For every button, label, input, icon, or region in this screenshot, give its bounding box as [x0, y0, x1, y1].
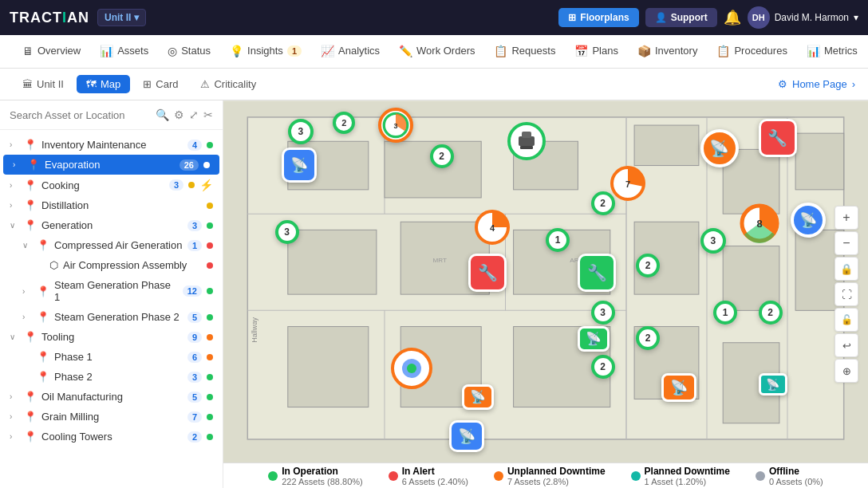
marker-3[interactable]: 3	[288, 119, 314, 144]
logo: TRACTIAN	[10, 10, 89, 26]
settings-icon[interactable]: ⚙	[174, 108, 184, 121]
subnav-criticality[interactable]: ⚠ Criticality	[191, 75, 266, 93]
chevron-icon: ∨	[10, 221, 19, 230]
marker-device-far-right[interactable]: 📡	[791, 203, 826, 238]
tree-item-evaporation[interactable]: › 📍 Evaporation 26	[3, 155, 219, 175]
support-button[interactable]: 👤 Support	[645, 8, 717, 27]
marker-machine-green[interactable]: 🔧	[578, 254, 616, 292]
user-menu[interactable]: DH David M. Harmon ▾	[748, 6, 858, 29]
marker-gear-orange[interactable]	[391, 348, 432, 389]
tree-item-compressed-air[interactable]: ∨ 📍 Compressed Air Generation 1	[0, 235, 223, 255]
nav-procedures[interactable]: 📋Procedures	[707, 35, 796, 69]
zoom-in-button[interactable]: +	[834, 206, 858, 230]
nav-assets[interactable]: 📊Assets	[90, 35, 158, 69]
tree-item-oil-mfg[interactable]: › 📍 Oil Manufacturing 5	[0, 387, 223, 407]
subnav-unit[interactable]: 🏛 Unit II	[13, 75, 73, 93]
tree-item-phase1[interactable]: 📍 Phase 1 6	[0, 347, 223, 367]
marker-pie-orange[interactable]: 4	[475, 210, 510, 245]
marker-2f[interactable]: 2	[591, 355, 615, 379]
tree-item-cooling-towers[interactable]: › 📍 Cooling Towers 2	[0, 427, 223, 447]
search-icon[interactable]: 🔍	[156, 108, 169, 121]
marker-1b[interactable]: 1	[713, 301, 737, 325]
nav-analytics[interactable]: 📈Analytics	[311, 35, 389, 69]
nav-overview[interactable]: 🖥Overview	[13, 35, 90, 69]
status-dot	[207, 394, 213, 400]
sidebar: 🔍 ⚙ ⤢ ✂ › 📍 Inventory Maintenance 4 › 📍 …	[0, 100, 223, 488]
unit-selector[interactable]: Unit II ▾	[97, 9, 146, 26]
unlock-button[interactable]: 🔓	[834, 308, 858, 332]
notifications-button[interactable]: 🔔	[724, 9, 741, 26]
marker-3c[interactable]: 3	[591, 301, 615, 325]
search-input[interactable]	[10, 109, 151, 121]
tree-item-steam-phase1[interactable]: › 📍 Steam Generation Phase 1 12	[0, 275, 223, 307]
marker-machine-red[interactable]: 🔧	[468, 254, 507, 292]
nav-plans[interactable]: 📅Plans	[565, 35, 628, 69]
reset-button[interactable]: ⊕	[834, 359, 858, 383]
marker-2g[interactable]: 2	[759, 301, 783, 325]
svg-rect-23	[795, 133, 844, 190]
nav-insights[interactable]: 💡Insights 1	[220, 35, 311, 69]
marker-2a[interactable]: 2	[333, 112, 355, 134]
svg-rect-41	[520, 146, 533, 149]
tree-item-inventory[interactable]: › 📍 Inventory Maintenance 4	[0, 135, 223, 155]
legend-dot-orange	[494, 471, 503, 481]
marker-3d[interactable]: 3	[700, 228, 726, 254]
legend-dot-red	[389, 471, 398, 481]
zoom-out-button[interactable]: −	[834, 231, 858, 255]
marker-machine-gear[interactable]	[507, 122, 546, 160]
tree-item-air-compression[interactable]: ⬡ Air Compression Assembly	[0, 255, 223, 275]
marker-pie-7[interactable]: 7	[610, 166, 645, 201]
search-icons: 🔍 ⚙ ⤢ ✂	[156, 108, 213, 121]
nav-metrics[interactable]: 📊Metrics	[797, 35, 867, 69]
marker-machine-red2[interactable]: 🔧	[759, 119, 797, 157]
legend-offline: Offline 0 Assets (0%)	[756, 466, 823, 486]
rotate-button[interactable]: ↩	[834, 333, 858, 357]
nav-requests[interactable]: 📋Requests	[484, 35, 565, 69]
expand-icon[interactable]: ⤢	[189, 108, 199, 121]
tree-item-phase2[interactable]: 📍 Phase 2 3	[0, 367, 223, 387]
marker-3b[interactable]: 3	[275, 220, 299, 244]
marker-device-bottom-right[interactable]: 📡	[661, 373, 696, 402]
nav-status[interactable]: ◎Status	[158, 35, 220, 69]
tree-item-steam-phase2[interactable]: › 📍 Steam Generation Phase 2 5	[0, 307, 223, 327]
chevron-icon: ∨	[22, 241, 32, 250]
subnav-map[interactable]: 🗺 Map	[77, 75, 130, 93]
chevron-icon: ›	[13, 160, 22, 169]
marker-router-blue[interactable]: 📡	[282, 148, 317, 183]
marker-2b[interactable]: 2	[430, 144, 454, 168]
tree-item-generation[interactable]: ∨ 📍 Generation 3	[0, 215, 223, 235]
plans-icon: 📅	[574, 45, 588, 57]
inventory-icon: 📦	[637, 45, 651, 57]
tree-item-tooling[interactable]: ∨ 📍 Tooling 9	[0, 327, 223, 347]
marker-pie-8[interactable]: 8	[739, 203, 780, 244]
lock-button[interactable]: 🔒	[834, 257, 858, 281]
marker-2e[interactable]: 2	[636, 326, 660, 350]
location-icon: 📍	[24, 219, 37, 231]
marker-2d[interactable]: 2	[636, 254, 660, 277]
svg-text:8: 8	[757, 218, 763, 230]
nav-inventory[interactable]: 📦Inventory	[628, 35, 707, 69]
marker-router-blue2[interactable]: 📡	[449, 420, 484, 452]
tree-item-distillation[interactable]: › 📍 Distillation	[0, 195, 223, 215]
legend-dot-green	[268, 471, 278, 481]
tree-item-cooking[interactable]: › 📍 Cooking 3 ⚡	[0, 175, 223, 195]
nav-workorders[interactable]: ✏️Work Orders	[389, 35, 484, 69]
map-area[interactable]: Hallway MRT AREA 3 2 3 📡 2 3	[223, 100, 868, 488]
tree-item-grain-milling[interactable]: › 📍 Grain Milling 7	[0, 407, 223, 427]
legend-unplanned-downtime: Unplanned Downtime 7 Assets (2.8%)	[494, 466, 606, 486]
svg-text:MRT: MRT	[433, 257, 447, 264]
search-bar: 🔍 ⚙ ⤢ ✂	[0, 100, 223, 130]
home-page-link[interactable]: ⚙ Home Page ›	[778, 78, 855, 90]
chevron-icon: ›	[10, 392, 19, 401]
marker-device-orange[interactable]: 📡	[462, 384, 494, 410]
fullscreen-button[interactable]: ⛶	[834, 282, 858, 306]
marker-pie1[interactable]: 3	[378, 108, 413, 143]
marker-1a[interactable]: 1	[546, 228, 570, 252]
filter-icon[interactable]: ✂	[203, 108, 213, 121]
marker-router-green[interactable]: 📡	[578, 326, 610, 352]
floorplans-button[interactable]: ⊞ Floorplans	[558, 8, 638, 27]
subnav-card[interactable]: ⊞ Card	[133, 75, 187, 93]
marker-device-teal[interactable]: 📡	[759, 373, 787, 396]
status-dot	[207, 242, 213, 249]
location-icon: 📍	[37, 351, 49, 363]
